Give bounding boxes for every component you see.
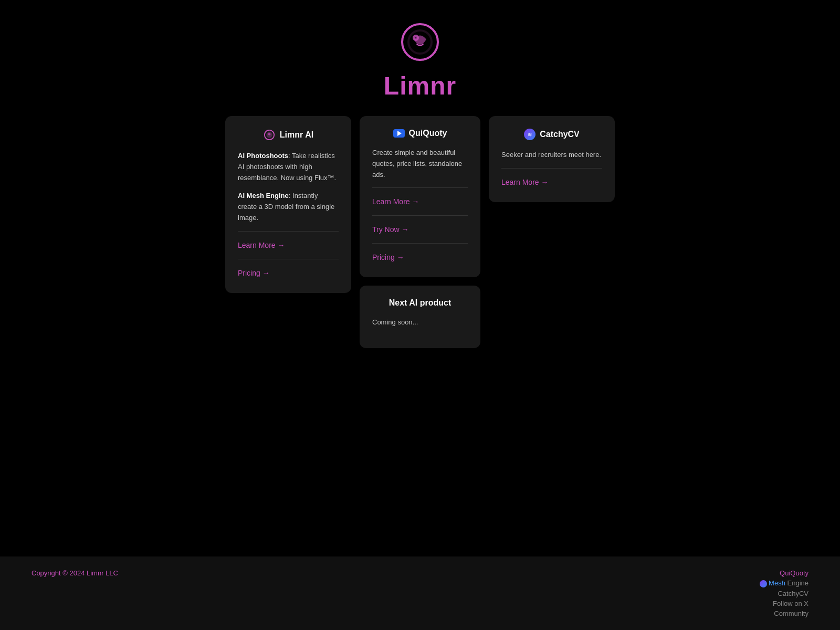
quiquoty-description: Create simple and beautiful quotes, pric…: [372, 148, 468, 180]
footer-link-mesh-engine[interactable]: Mesh Engine: [760, 579, 808, 587]
card-limnr-ai-header: Limnr AI: [238, 129, 339, 141]
divider-quiquoty-2: [372, 215, 468, 216]
card-quiquoty-header: QuiQuoty: [372, 129, 468, 138]
card-next-ai-body: Coming soon...: [372, 317, 468, 328]
quiquoty-icon: [393, 129, 405, 138]
limnr-ai-pricing-link[interactable]: Pricing →: [238, 266, 339, 280]
footer-link-quiquoty[interactable]: QuiQuoty: [760, 569, 808, 577]
mesh-engine-icon: [760, 580, 767, 587]
footer-link-community[interactable]: Community: [760, 610, 808, 617]
card-next-ai-title: Next AI product: [389, 298, 452, 308]
site-header: Limnr: [0, 0, 840, 116]
divider-limnr-ai-1: [238, 231, 339, 232]
footer-company: Limnr LLC: [87, 569, 118, 577]
card-catchycv-body: Seeker and recruiters meet here.: [501, 150, 602, 161]
catchycv-learn-more-link[interactable]: Learn More →: [501, 175, 602, 190]
footer-copyright: Copyright © 2024 Limnr LLC: [32, 569, 118, 577]
site-footer: Copyright © 2024 Limnr LLC QuiQuoty Mesh…: [0, 556, 840, 630]
card-catchycv-header: ≋ CatchyCV: [501, 129, 602, 140]
divider-catchycv-1: [501, 168, 602, 169]
card-catchycv: ≋ CatchyCV Seeker and recruiters meet he…: [489, 116, 615, 202]
quiquoty-learn-more-link[interactable]: Learn More →: [372, 194, 468, 209]
brand-title: Limnr: [384, 71, 456, 100]
card-limnr-ai-title: Limnr AI: [280, 130, 313, 140]
limnr-ai-photoshoots-text: AI Photoshoots: Take realistics AI photo…: [238, 151, 339, 183]
card-limnr-ai: Limnr AI AI Photoshoots: Take realistics…: [225, 116, 351, 293]
logo-icon: [399, 21, 441, 63]
limnr-ai-mesh-text: AI Mesh Engine: Instantly create a 3D mo…: [238, 191, 339, 223]
limnr-ai-learn-more-link[interactable]: Learn More →: [238, 238, 339, 253]
divider-quiquoty-3: [372, 243, 468, 244]
cards-grid: Limnr AI AI Photoshoots: Take realistics…: [225, 116, 615, 348]
catchycv-icon: ≋: [524, 129, 536, 140]
limnr-ai-photoshoots-label: AI Photoshoots: [238, 152, 288, 160]
card-next-ai: Next AI product Coming soon...: [360, 286, 480, 348]
card-catchycv-title: CatchyCV: [540, 130, 580, 139]
divider-limnr-ai-2: [238, 259, 339, 259]
quiquoty-pricing-link[interactable]: Pricing →: [372, 250, 468, 265]
limnr-ai-mesh-label: AI Mesh Engine: [238, 192, 289, 200]
card-quiquoty-body: Create simple and beautiful quotes, pric…: [372, 148, 468, 180]
footer-link-catchycv[interactable]: CatchyCV: [760, 590, 808, 597]
catchycv-description: Seeker and recruiters meet here.: [501, 150, 602, 161]
main-wrapper: Limnr Limnr AI AI: [0, 0, 840, 630]
cards-area: Limnr AI AI Photoshoots: Take realistics…: [0, 116, 840, 536]
card-quiquoty-title: QuiQuoty: [409, 129, 447, 138]
limnr-ai-icon: [263, 129, 276, 141]
card-quiquoty: QuiQuoty Create simple and beautiful quo…: [360, 116, 480, 277]
quiquoty-try-now-link[interactable]: Try Now →: [372, 222, 468, 237]
card-next-ai-header: Next AI product: [372, 298, 468, 308]
next-ai-coming-soon: Coming soon...: [372, 317, 468, 328]
divider-quiquoty-1: [372, 187, 468, 188]
footer-link-follow-x[interactable]: Follow on X: [760, 600, 808, 607]
footer-links: QuiQuoty Mesh Engine CatchyCV Follow on …: [760, 569, 808, 617]
card-limnr-ai-body: AI Photoshoots: Take realistics AI photo…: [238, 151, 339, 224]
